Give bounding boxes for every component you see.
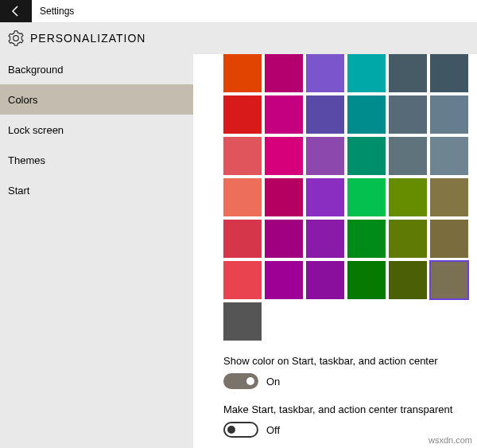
color-swatch[interactable] bbox=[223, 137, 262, 175]
color-swatch[interactable] bbox=[430, 95, 468, 134]
color-swatch[interactable] bbox=[223, 178, 262, 216]
watermark: wsxdn.com bbox=[429, 435, 472, 445]
color-swatch[interactable] bbox=[389, 137, 427, 175]
toggle-show-color[interactable] bbox=[223, 373, 258, 389]
color-swatch[interactable] bbox=[347, 54, 386, 92]
sidebar-item-colors[interactable]: Colors bbox=[0, 84, 193, 115]
color-swatch[interactable] bbox=[347, 220, 386, 258]
color-swatch[interactable] bbox=[223, 261, 262, 299]
sidebar-item-start[interactable]: Start bbox=[0, 175, 193, 205]
color-swatch-extra[interactable] bbox=[223, 302, 262, 341]
color-swatch[interactable] bbox=[389, 220, 427, 258]
color-swatch[interactable] bbox=[265, 95, 303, 134]
color-swatch[interactable] bbox=[306, 261, 344, 299]
color-swatch[interactable] bbox=[265, 178, 303, 216]
header: PERSONALIZATION bbox=[0, 22, 477, 54]
page-title: PERSONALIZATION bbox=[30, 32, 145, 45]
color-swatch[interactable] bbox=[430, 220, 468, 258]
color-swatch[interactable] bbox=[347, 178, 386, 216]
color-swatch[interactable] bbox=[389, 95, 427, 134]
color-swatch[interactable] bbox=[347, 137, 386, 175]
color-swatch[interactable] bbox=[347, 95, 386, 134]
titlebar-app-name: Settings bbox=[32, 6, 74, 17]
color-swatch[interactable] bbox=[306, 137, 344, 175]
color-swatch[interactable] bbox=[223, 220, 262, 258]
color-swatch[interactable] bbox=[265, 261, 303, 299]
color-swatch[interactable] bbox=[430, 54, 468, 92]
color-swatch[interactable] bbox=[389, 261, 427, 299]
toggle-transparent[interactable] bbox=[223, 422, 258, 438]
toggle-state-text: On bbox=[266, 376, 280, 388]
color-swatch[interactable] bbox=[430, 261, 468, 299]
sidebar-item-themes[interactable]: Themes bbox=[0, 145, 193, 175]
content-panel: Show color on Start, taskbar, and action… bbox=[193, 54, 477, 448]
setting-label: Show color on Start, taskbar, and action… bbox=[223, 355, 461, 367]
color-swatch[interactable] bbox=[306, 95, 344, 134]
color-swatch[interactable] bbox=[265, 137, 303, 175]
toggle-state-text: Off bbox=[266, 424, 280, 436]
gear-icon bbox=[8, 30, 24, 46]
color-swatch[interactable] bbox=[265, 54, 303, 92]
sidebar-item-lock-screen[interactable]: Lock screen bbox=[0, 115, 193, 145]
color-swatch[interactable] bbox=[430, 178, 468, 216]
color-swatch[interactable] bbox=[265, 220, 303, 258]
setting-label: Make Start, taskbar, and action center t… bbox=[223, 403, 461, 415]
color-swatch[interactable] bbox=[347, 261, 386, 299]
arrow-left-icon bbox=[10, 5, 22, 18]
color-swatch[interactable] bbox=[306, 54, 344, 92]
sidebar: BackgroundColorsLock screenThemesStart bbox=[0, 54, 193, 448]
titlebar: Settings bbox=[0, 0, 477, 22]
color-swatch[interactable] bbox=[306, 178, 344, 216]
color-swatch[interactable] bbox=[430, 137, 468, 175]
color-swatch-grid bbox=[223, 54, 477, 299]
setting-show-color: Show color on Start, taskbar, and action… bbox=[223, 355, 477, 389]
color-swatch[interactable] bbox=[389, 178, 427, 216]
back-button[interactable] bbox=[0, 0, 32, 22]
color-swatch[interactable] bbox=[223, 54, 262, 92]
sidebar-item-background[interactable]: Background bbox=[0, 54, 193, 84]
color-swatch[interactable] bbox=[389, 54, 427, 92]
color-swatch[interactable] bbox=[223, 95, 262, 134]
color-swatch[interactable] bbox=[306, 220, 344, 258]
setting-transparent: Make Start, taskbar, and action center t… bbox=[223, 403, 477, 438]
